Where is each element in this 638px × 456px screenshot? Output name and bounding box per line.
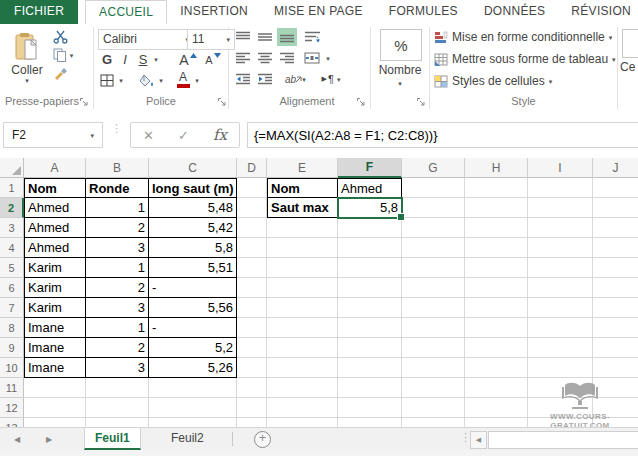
cell-D4[interactable] xyxy=(237,238,267,258)
tab-accueil[interactable]: ACCUEIL xyxy=(85,0,167,25)
cell-I9[interactable] xyxy=(528,338,593,358)
cell-A13[interactable] xyxy=(24,418,86,427)
row-header-7[interactable]: 7 xyxy=(0,298,24,318)
cell-B8[interactable]: 1 xyxy=(86,318,149,338)
cell-F13[interactable] xyxy=(338,418,402,427)
cell-G8[interactable] xyxy=(402,318,465,338)
cell-E12[interactable] xyxy=(267,398,338,418)
cell-J9[interactable] xyxy=(593,338,638,358)
percent-style-button[interactable]: % xyxy=(380,29,422,61)
cell-C3[interactable]: 5,42 xyxy=(149,218,237,238)
name-box[interactable]: F2 ▾ xyxy=(3,122,103,148)
cell-A9[interactable]: Imane xyxy=(24,338,86,358)
col-header-D[interactable]: D xyxy=(237,158,267,178)
cell-A2[interactable]: Ahmed xyxy=(24,198,86,218)
cell-G3[interactable] xyxy=(402,218,465,238)
col-header-I[interactable]: I xyxy=(528,158,593,178)
cell-B7[interactable]: 3 xyxy=(86,298,149,318)
cell-G11[interactable] xyxy=(402,378,465,398)
cell-B2[interactable]: 1 xyxy=(86,198,149,218)
row-header-10[interactable]: 10 xyxy=(0,358,24,378)
cell-A6[interactable]: Karim xyxy=(24,278,86,298)
cell-F6[interactable] xyxy=(338,278,402,298)
cell-I13[interactable] xyxy=(528,418,593,427)
cell-B11[interactable] xyxy=(86,378,149,398)
cell-I5[interactable] xyxy=(528,258,593,278)
cell-I6[interactable] xyxy=(528,278,593,298)
wrap-text-button[interactable] xyxy=(301,28,323,46)
cell-H1[interactable] xyxy=(465,178,528,198)
formula-bar-grip-icon[interactable]: ⋮ xyxy=(111,125,122,131)
cell-H11[interactable] xyxy=(465,378,528,398)
cell-B1[interactable]: Ronde xyxy=(86,178,149,198)
cell-F12[interactable] xyxy=(338,398,402,418)
shrink-font-button[interactable]: A xyxy=(203,51,223,68)
cell-B4[interactable]: 3 xyxy=(86,238,149,258)
row-header-6[interactable]: 6 xyxy=(0,278,24,298)
align-top-button[interactable] xyxy=(233,28,253,46)
italic-button[interactable]: I xyxy=(116,51,134,68)
copy-button[interactable]: ▾ xyxy=(48,47,78,63)
cell-E1[interactable]: Nom xyxy=(267,178,338,198)
cancel-entry-icon[interactable]: ✕ xyxy=(143,128,154,143)
cell-A10[interactable]: Imane xyxy=(24,358,86,378)
cell-J5[interactable] xyxy=(593,258,638,278)
cell-H4[interactable] xyxy=(465,238,528,258)
cell-B12[interactable] xyxy=(86,398,149,418)
cell-C6[interactable]: - xyxy=(149,278,237,298)
cell-J7[interactable] xyxy=(593,298,638,318)
cell-E3[interactable] xyxy=(267,218,338,238)
cell-D1[interactable] xyxy=(237,178,267,198)
cell-G4[interactable] xyxy=(402,238,465,258)
cell-I10[interactable] xyxy=(528,358,593,378)
col-header-E[interactable]: E xyxy=(267,158,338,178)
cell-C7[interactable]: 5,56 xyxy=(149,298,237,318)
cell-D3[interactable] xyxy=(237,218,267,238)
col-header-B[interactable]: B xyxy=(86,158,149,178)
merge-caret[interactable]: ▾ xyxy=(323,49,333,67)
cell-F3[interactable] xyxy=(338,218,402,238)
align-left-button[interactable] xyxy=(233,49,253,67)
cell-H3[interactable] xyxy=(465,218,528,238)
cell-F10[interactable] xyxy=(338,358,402,378)
cut-button[interactable] xyxy=(50,29,70,45)
increase-indent-button[interactable] xyxy=(255,70,275,88)
cell-B9[interactable]: 2 xyxy=(86,338,149,358)
cell-A11[interactable] xyxy=(24,378,86,398)
cell-D12[interactable] xyxy=(237,398,267,418)
cell-A5[interactable]: Karim xyxy=(24,258,86,278)
cell-J12[interactable] xyxy=(593,398,638,418)
align-bottom-button[interactable] xyxy=(277,28,297,46)
cell-G2[interactable] xyxy=(402,198,465,218)
font-dialog-launcher-icon[interactable] xyxy=(217,97,227,107)
paste-button[interactable]: Coller ▾ xyxy=(6,28,48,88)
row-header-11[interactable]: 11 xyxy=(0,378,24,398)
cell-E13[interactable] xyxy=(267,418,338,427)
number-dialog-launcher-icon[interactable] xyxy=(416,97,426,107)
cell-D9[interactable] xyxy=(237,338,267,358)
cell-B3[interactable]: 2 xyxy=(86,218,149,238)
cell-J11[interactable] xyxy=(593,378,638,398)
cell-H13[interactable] xyxy=(465,418,528,427)
number-caret[interactable]: ▾ xyxy=(394,78,406,88)
col-header-C[interactable]: C xyxy=(149,158,237,178)
text-direction-button[interactable]: ▶ ¶ ▾ xyxy=(318,70,344,88)
cell-H9[interactable] xyxy=(465,338,528,358)
underline-button[interactable]: S xyxy=(134,51,152,68)
cell-F5[interactable] xyxy=(338,258,402,278)
cell-G13[interactable] xyxy=(402,418,465,427)
cell-C9[interactable]: 5,2 xyxy=(149,338,237,358)
tab-revision[interactable]: RÉVISION xyxy=(558,0,638,24)
cell-styles-button[interactable]: Styles de cellules ▾ xyxy=(434,73,552,89)
fill-color-button[interactable] xyxy=(138,72,156,89)
cell-E7[interactable] xyxy=(267,298,338,318)
cell-E6[interactable] xyxy=(267,278,338,298)
align-center-button[interactable] xyxy=(255,49,275,67)
tab-donnees[interactable]: DONNÉES xyxy=(471,0,558,24)
decrease-indent-button[interactable] xyxy=(233,70,253,88)
font-name-select[interactable]: Calibri ▾ xyxy=(98,29,194,50)
col-header-J[interactable]: J xyxy=(593,158,638,178)
cell-H10[interactable] xyxy=(465,358,528,378)
row-header-5[interactable]: 5 xyxy=(0,258,24,278)
cell-J3[interactable] xyxy=(593,218,638,238)
